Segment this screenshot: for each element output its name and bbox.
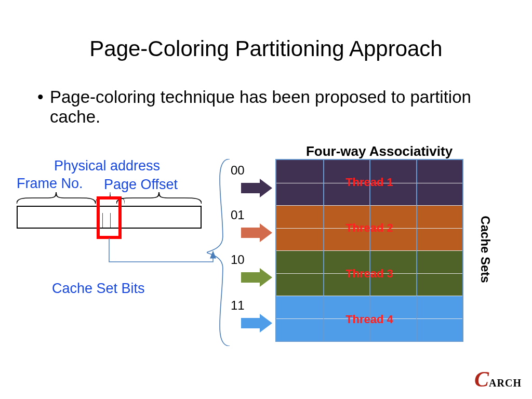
bit-label-01: 01 [231,208,245,222]
logo: CARCH [474,367,522,392]
label-physical-address: Physical address [54,158,160,174]
arrow-01: 01 [241,223,272,244]
thread-3-label: Thread 3 [275,267,463,281]
bit-label-11: 11 [231,298,245,313]
label-cache-sets: Cache Sets [478,216,493,283]
bit-label-00: 00 [231,163,245,178]
bit-label-10: 10 [231,252,245,267]
brace-frame-icon [17,192,96,204]
connector-line-icon [109,262,223,263]
thread-1-label: Thread 1 [275,176,463,189]
highlight-box [97,196,122,239]
arrow-10: 10 [241,268,272,289]
label-frame-number: Frame No. [17,176,83,192]
arrow-11: 11 [241,314,272,335]
label-page-offset: Page Offset [104,177,178,193]
arrow-00: 00 [241,179,272,200]
slide-title: Page-Coloring Partitioning Approach [0,36,532,61]
label-cache-set-bits: Cache Set Bits [52,281,145,297]
brace-offset-icon [116,192,202,204]
label-associativity: Four-way Associativity [275,143,483,159]
thread-4-label: Thread 4 [275,313,463,326]
thread-2-label: Thread 2 [275,221,463,235]
big-brace-icon [207,159,230,346]
bullet-text: Page-coloring technique has been propose… [50,87,481,127]
